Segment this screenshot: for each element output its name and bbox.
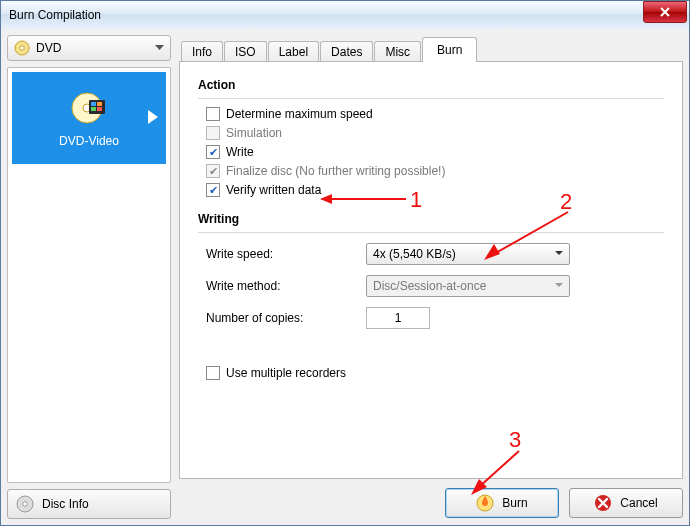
check-icon: ✔ xyxy=(209,147,218,158)
svg-rect-7 xyxy=(91,107,96,111)
write-method-label: Write method: xyxy=(206,279,366,293)
svg-point-10 xyxy=(23,502,28,507)
disc-icon xyxy=(14,40,30,56)
cancel-button[interactable]: Cancel xyxy=(569,488,683,518)
cancel-icon xyxy=(594,494,612,512)
write-label: Write xyxy=(226,145,254,159)
media-type-label: DVD xyxy=(36,41,61,55)
play-arrow-icon xyxy=(148,110,158,124)
disc-info-button[interactable]: Disc Info xyxy=(7,489,171,519)
close-icon xyxy=(659,7,671,17)
burn-button-label: Burn xyxy=(502,496,527,510)
checkbox-icon xyxy=(206,366,220,380)
media-type-dropdown[interactable]: DVD xyxy=(7,35,171,61)
multiple-recorders-checkbox[interactable]: Use multiple recorders xyxy=(206,366,664,380)
divider xyxy=(198,98,664,99)
tab-burn[interactable]: Burn xyxy=(422,37,477,62)
checkbox-icon xyxy=(206,126,220,140)
window-title: Burn Compilation xyxy=(9,8,643,22)
simulation-checkbox: Simulation xyxy=(206,126,664,140)
checkbox-icon: ✔ xyxy=(206,183,220,197)
tab-info[interactable]: Info xyxy=(181,41,223,62)
close-button[interactable] xyxy=(643,1,687,23)
dvd-video-icon xyxy=(69,88,109,128)
burn-icon xyxy=(476,494,494,512)
checkbox-icon: ✔ xyxy=(206,145,220,159)
compilation-card-dvd-video[interactable]: DVD-Video xyxy=(12,72,166,164)
burn-button[interactable]: Burn xyxy=(445,488,559,518)
finalize-label: Finalize disc (No further writing possib… xyxy=(226,164,445,178)
action-section-title: Action xyxy=(198,78,664,92)
tab-dates[interactable]: Dates xyxy=(320,41,373,62)
svg-rect-6 xyxy=(97,102,102,106)
svg-rect-5 xyxy=(91,102,96,106)
disc-info-icon xyxy=(16,495,34,513)
checkbox-icon: ✔ xyxy=(206,164,220,178)
compilation-list: DVD-Video xyxy=(7,67,171,483)
copies-input[interactable]: 1 xyxy=(366,307,430,329)
write-speed-label: Write speed: xyxy=(206,247,366,261)
write-checkbox[interactable]: ✔ Write xyxy=(206,145,664,159)
disc-info-label: Disc Info xyxy=(42,497,89,511)
check-icon: ✔ xyxy=(209,185,218,196)
svg-rect-8 xyxy=(97,107,102,111)
check-icon: ✔ xyxy=(209,166,218,177)
right-column: Info ISO Label Dates Misc Burn Action De… xyxy=(179,35,683,519)
write-method-value: Disc/Session-at-once xyxy=(373,279,486,293)
write-speed-value: 4x (5,540 KB/s) xyxy=(373,247,456,261)
write-method-select: Disc/Session-at-once xyxy=(366,275,570,297)
simulation-label: Simulation xyxy=(226,126,282,140)
burn-tab-page: Action Determine maximum speed Simulatio… xyxy=(179,61,683,479)
svg-point-1 xyxy=(20,46,24,50)
verify-label: Verify written data xyxy=(226,183,321,197)
divider xyxy=(198,232,664,233)
button-bar: Burn Cancel 3 xyxy=(179,487,683,519)
tab-label[interactable]: Label xyxy=(268,41,319,62)
burn-compilation-window: Burn Compilation DVD xyxy=(0,0,690,526)
chevron-down-icon xyxy=(553,247,565,259)
tab-iso[interactable]: ISO xyxy=(224,41,267,62)
tab-misc[interactable]: Misc xyxy=(374,41,421,62)
titlebar: Burn Compilation xyxy=(1,1,689,30)
determine-speed-checkbox[interactable]: Determine maximum speed xyxy=(206,107,664,121)
left-column: DVD DVD-Video xyxy=(7,35,171,519)
verify-checkbox[interactable]: ✔ Verify written data xyxy=(206,183,664,197)
dialog-body: DVD DVD-Video xyxy=(1,29,689,525)
write-speed-select[interactable]: 4x (5,540 KB/s) xyxy=(366,243,570,265)
checkbox-icon xyxy=(206,107,220,121)
chevron-down-icon xyxy=(553,279,565,291)
multiple-recorders-label: Use multiple recorders xyxy=(226,366,346,380)
cancel-button-label: Cancel xyxy=(620,496,657,510)
writing-section-title: Writing xyxy=(198,212,664,226)
tabstrip: Info ISO Label Dates Misc Burn xyxy=(179,35,683,61)
compilation-card-label: DVD-Video xyxy=(12,134,166,148)
finalize-checkbox: ✔ Finalize disc (No further writing poss… xyxy=(206,164,664,178)
copies-label: Number of copies: xyxy=(206,311,366,325)
determine-speed-label: Determine maximum speed xyxy=(226,107,373,121)
chevron-down-icon xyxy=(155,45,164,51)
